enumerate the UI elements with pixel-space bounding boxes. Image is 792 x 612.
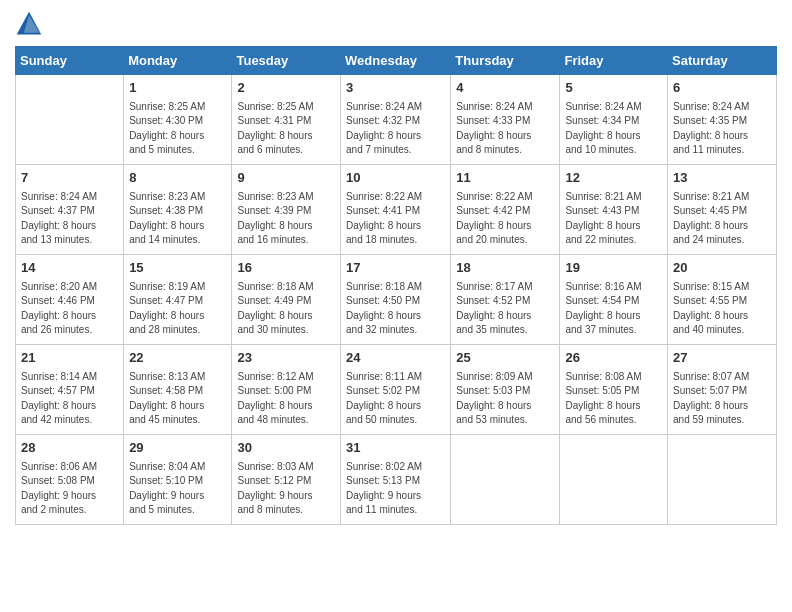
day-info: Sunrise: 8:23 AM Sunset: 4:38 PM Dayligh… (129, 190, 226, 248)
calendar-cell: 26Sunrise: 8:08 AM Sunset: 5:05 PM Dayli… (560, 345, 668, 435)
col-header-friday: Friday (560, 47, 668, 75)
calendar-week-row: 1Sunrise: 8:25 AM Sunset: 4:30 PM Daylig… (16, 75, 777, 165)
calendar-cell: 29Sunrise: 8:04 AM Sunset: 5:10 PM Dayli… (124, 435, 232, 525)
col-header-saturday: Saturday (668, 47, 777, 75)
day-info: Sunrise: 8:06 AM Sunset: 5:08 PM Dayligh… (21, 460, 118, 518)
calendar-cell (16, 75, 124, 165)
day-number: 7 (21, 169, 118, 188)
day-number: 18 (456, 259, 554, 278)
day-number: 27 (673, 349, 771, 368)
day-info: Sunrise: 8:22 AM Sunset: 4:42 PM Dayligh… (456, 190, 554, 248)
day-number: 17 (346, 259, 445, 278)
day-info: Sunrise: 8:12 AM Sunset: 5:00 PM Dayligh… (237, 370, 335, 428)
calendar-cell: 2Sunrise: 8:25 AM Sunset: 4:31 PM Daylig… (232, 75, 341, 165)
calendar-cell: 9Sunrise: 8:23 AM Sunset: 4:39 PM Daylig… (232, 165, 341, 255)
day-number: 16 (237, 259, 335, 278)
day-number: 25 (456, 349, 554, 368)
calendar-cell: 30Sunrise: 8:03 AM Sunset: 5:12 PM Dayli… (232, 435, 341, 525)
day-number: 29 (129, 439, 226, 458)
calendar-cell: 6Sunrise: 8:24 AM Sunset: 4:35 PM Daylig… (668, 75, 777, 165)
calendar-cell: 17Sunrise: 8:18 AM Sunset: 4:50 PM Dayli… (341, 255, 451, 345)
day-number: 1 (129, 79, 226, 98)
calendar-cell: 8Sunrise: 8:23 AM Sunset: 4:38 PM Daylig… (124, 165, 232, 255)
day-number: 28 (21, 439, 118, 458)
day-info: Sunrise: 8:24 AM Sunset: 4:32 PM Dayligh… (346, 100, 445, 158)
day-info: Sunrise: 8:07 AM Sunset: 5:07 PM Dayligh… (673, 370, 771, 428)
day-number: 2 (237, 79, 335, 98)
calendar-cell: 27Sunrise: 8:07 AM Sunset: 5:07 PM Dayli… (668, 345, 777, 435)
day-number: 4 (456, 79, 554, 98)
calendar-cell: 15Sunrise: 8:19 AM Sunset: 4:47 PM Dayli… (124, 255, 232, 345)
calendar-cell: 23Sunrise: 8:12 AM Sunset: 5:00 PM Dayli… (232, 345, 341, 435)
day-number: 5 (565, 79, 662, 98)
day-number: 24 (346, 349, 445, 368)
day-info: Sunrise: 8:24 AM Sunset: 4:33 PM Dayligh… (456, 100, 554, 158)
day-number: 10 (346, 169, 445, 188)
calendar-cell: 10Sunrise: 8:22 AM Sunset: 4:41 PM Dayli… (341, 165, 451, 255)
calendar-cell: 20Sunrise: 8:15 AM Sunset: 4:55 PM Dayli… (668, 255, 777, 345)
day-info: Sunrise: 8:25 AM Sunset: 4:30 PM Dayligh… (129, 100, 226, 158)
day-number: 26 (565, 349, 662, 368)
day-info: Sunrise: 8:20 AM Sunset: 4:46 PM Dayligh… (21, 280, 118, 338)
calendar-cell (560, 435, 668, 525)
calendar-cell (668, 435, 777, 525)
day-number: 13 (673, 169, 771, 188)
col-header-wednesday: Wednesday (341, 47, 451, 75)
calendar-cell: 5Sunrise: 8:24 AM Sunset: 4:34 PM Daylig… (560, 75, 668, 165)
calendar-cell: 25Sunrise: 8:09 AM Sunset: 5:03 PM Dayli… (451, 345, 560, 435)
day-info: Sunrise: 8:11 AM Sunset: 5:02 PM Dayligh… (346, 370, 445, 428)
day-number: 31 (346, 439, 445, 458)
day-info: Sunrise: 8:22 AM Sunset: 4:41 PM Dayligh… (346, 190, 445, 248)
day-number: 20 (673, 259, 771, 278)
logo (15, 10, 47, 38)
calendar-cell: 18Sunrise: 8:17 AM Sunset: 4:52 PM Dayli… (451, 255, 560, 345)
day-info: Sunrise: 8:25 AM Sunset: 4:31 PM Dayligh… (237, 100, 335, 158)
calendar-cell: 28Sunrise: 8:06 AM Sunset: 5:08 PM Dayli… (16, 435, 124, 525)
day-number: 14 (21, 259, 118, 278)
col-header-tuesday: Tuesday (232, 47, 341, 75)
calendar-week-row: 28Sunrise: 8:06 AM Sunset: 5:08 PM Dayli… (16, 435, 777, 525)
calendar-cell: 7Sunrise: 8:24 AM Sunset: 4:37 PM Daylig… (16, 165, 124, 255)
col-header-sunday: Sunday (16, 47, 124, 75)
calendar-cell: 31Sunrise: 8:02 AM Sunset: 5:13 PM Dayli… (341, 435, 451, 525)
day-number: 11 (456, 169, 554, 188)
day-number: 8 (129, 169, 226, 188)
calendar-cell: 12Sunrise: 8:21 AM Sunset: 4:43 PM Dayli… (560, 165, 668, 255)
calendar-week-row: 7Sunrise: 8:24 AM Sunset: 4:37 PM Daylig… (16, 165, 777, 255)
day-number: 19 (565, 259, 662, 278)
day-info: Sunrise: 8:24 AM Sunset: 4:37 PM Dayligh… (21, 190, 118, 248)
page-header (15, 10, 777, 38)
calendar-cell: 13Sunrise: 8:21 AM Sunset: 4:45 PM Dayli… (668, 165, 777, 255)
day-number: 6 (673, 79, 771, 98)
calendar-cell: 4Sunrise: 8:24 AM Sunset: 4:33 PM Daylig… (451, 75, 560, 165)
day-info: Sunrise: 8:24 AM Sunset: 4:34 PM Dayligh… (565, 100, 662, 158)
calendar-cell: 24Sunrise: 8:11 AM Sunset: 5:02 PM Dayli… (341, 345, 451, 435)
day-info: Sunrise: 8:08 AM Sunset: 5:05 PM Dayligh… (565, 370, 662, 428)
day-info: Sunrise: 8:19 AM Sunset: 4:47 PM Dayligh… (129, 280, 226, 338)
day-number: 9 (237, 169, 335, 188)
calendar-week-row: 21Sunrise: 8:14 AM Sunset: 4:57 PM Dayli… (16, 345, 777, 435)
day-info: Sunrise: 8:24 AM Sunset: 4:35 PM Dayligh… (673, 100, 771, 158)
calendar-cell (451, 435, 560, 525)
day-info: Sunrise: 8:15 AM Sunset: 4:55 PM Dayligh… (673, 280, 771, 338)
day-number: 3 (346, 79, 445, 98)
day-number: 22 (129, 349, 226, 368)
calendar-cell: 3Sunrise: 8:24 AM Sunset: 4:32 PM Daylig… (341, 75, 451, 165)
day-info: Sunrise: 8:04 AM Sunset: 5:10 PM Dayligh… (129, 460, 226, 518)
calendar-header-row: SundayMondayTuesdayWednesdayThursdayFrid… (16, 47, 777, 75)
day-info: Sunrise: 8:23 AM Sunset: 4:39 PM Dayligh… (237, 190, 335, 248)
col-header-monday: Monday (124, 47, 232, 75)
day-number: 21 (21, 349, 118, 368)
col-header-thursday: Thursday (451, 47, 560, 75)
calendar-cell: 22Sunrise: 8:13 AM Sunset: 4:58 PM Dayli… (124, 345, 232, 435)
day-number: 23 (237, 349, 335, 368)
day-info: Sunrise: 8:17 AM Sunset: 4:52 PM Dayligh… (456, 280, 554, 338)
calendar-cell: 14Sunrise: 8:20 AM Sunset: 4:46 PM Dayli… (16, 255, 124, 345)
calendar-cell: 19Sunrise: 8:16 AM Sunset: 4:54 PM Dayli… (560, 255, 668, 345)
day-info: Sunrise: 8:03 AM Sunset: 5:12 PM Dayligh… (237, 460, 335, 518)
day-number: 15 (129, 259, 226, 278)
day-info: Sunrise: 8:16 AM Sunset: 4:54 PM Dayligh… (565, 280, 662, 338)
day-info: Sunrise: 8:02 AM Sunset: 5:13 PM Dayligh… (346, 460, 445, 518)
day-number: 30 (237, 439, 335, 458)
day-info: Sunrise: 8:14 AM Sunset: 4:57 PM Dayligh… (21, 370, 118, 428)
